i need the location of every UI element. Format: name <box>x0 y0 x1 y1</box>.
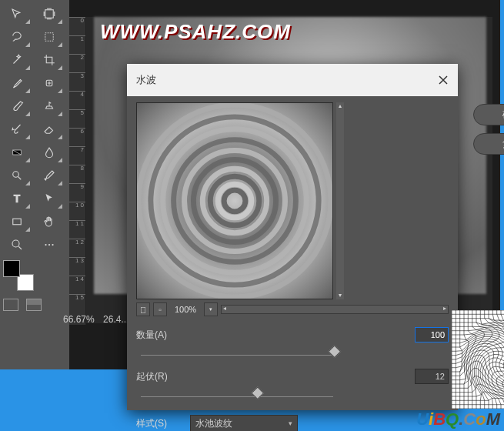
tool-rect-marquee[interactable] <box>35 26 63 48</box>
foreground-swatch[interactable] <box>3 260 20 277</box>
reset-button[interactable]: 复位 <box>473 133 504 155</box>
tool-eraser[interactable] <box>35 119 63 140</box>
preview-scrollbar-h[interactable]: ◂ ▸ <box>221 305 449 314</box>
zoom-dropdown-icon[interactable]: ▾ <box>204 302 218 316</box>
close-icon[interactable] <box>438 75 449 85</box>
zoom-level[interactable]: 66.67% <box>63 314 95 325</box>
svg-rect-5 <box>13 219 22 225</box>
scroll-down-icon[interactable]: ▾ <box>336 292 344 299</box>
quickmask-mask[interactable] <box>26 299 42 311</box>
svg-point-9 <box>52 244 53 246</box>
doc-info: 26.4... <box>103 314 129 325</box>
color-swatches[interactable] <box>3 260 34 291</box>
tool-history-brush[interactable] <box>3 119 31 140</box>
tool-zoom[interactable] <box>3 234 31 256</box>
ridges-slider[interactable] <box>141 392 333 403</box>
tool-eyedropper[interactable] <box>3 72 31 94</box>
style-select[interactable]: 水池波纹 <box>190 415 298 431</box>
tool-crop[interactable] <box>35 49 63 71</box>
scroll-left-icon[interactable]: ◂ <box>223 305 226 312</box>
dialog-title: 水波 <box>136 73 156 87</box>
tool-spot-heal[interactable] <box>35 72 63 94</box>
tool-dodge[interactable] <box>3 165 31 186</box>
tool-move[interactable] <box>3 3 31 25</box>
quickmask-standard[interactable] <box>3 299 18 311</box>
ridges-input[interactable] <box>415 369 449 384</box>
preview-image[interactable] <box>136 102 333 299</box>
watermark: WWW.PSAHZ.COM <box>100 20 291 44</box>
preview-scrollbar-v[interactable]: ▴ ▾ <box>336 102 344 299</box>
style-label: 样式(S) <box>136 417 182 430</box>
tool-blur[interactable] <box>35 142 63 163</box>
tool-options[interactable] <box>35 234 63 256</box>
svg-point-7 <box>45 244 46 246</box>
style-selected: 水池波纹 <box>195 417 232 430</box>
tool-magic-wand[interactable] <box>3 49 31 71</box>
fit-preview-button[interactable]: ⎕ <box>136 302 150 316</box>
ok-button[interactable]: 确定 <box>473 104 504 125</box>
tool-panel <box>0 0 69 369</box>
tool-path-select[interactable] <box>35 188 63 209</box>
svg-rect-21 <box>452 310 504 409</box>
ruler-vertical: 01234567891 01 11 21 31 41 5 <box>69 17 86 325</box>
amount-label: 数量(A) <box>136 329 182 342</box>
status-bar: 66.67% 26.4... <box>63 314 129 325</box>
tool-lasso[interactable] <box>3 26 31 48</box>
svg-point-6 <box>12 240 19 247</box>
svg-point-8 <box>48 244 50 246</box>
dialog-titlebar[interactable]: 水波 <box>127 64 458 96</box>
wireframe-preview <box>452 310 504 409</box>
tool-type[interactable] <box>3 188 31 209</box>
tool-clone-stamp[interactable] <box>35 95 63 117</box>
tool-brush[interactable] <box>3 95 31 117</box>
amount-input[interactable] <box>415 327 449 342</box>
tool-artboard[interactable] <box>35 3 63 25</box>
scroll-up-icon[interactable]: ▴ <box>336 102 344 110</box>
amount-slider[interactable] <box>141 350 333 361</box>
actual-pixels-button[interactable]: ▫ <box>153 302 167 316</box>
tool-rectangle[interactable] <box>3 211 31 232</box>
ridges-label: 起伏(R) <box>136 370 182 383</box>
tool-pen[interactable] <box>35 165 63 186</box>
zigzag-dialog: 水波 确定 复位 <box>127 64 458 410</box>
tool-gradient[interactable] <box>3 142 31 163</box>
site-watermark: UiBQ.CoM <box>416 409 500 429</box>
svg-rect-1 <box>45 33 54 42</box>
preview-zoom: 100% <box>170 305 201 314</box>
scroll-right-icon[interactable]: ▸ <box>443 305 446 312</box>
svg-point-4 <box>13 172 19 178</box>
svg-rect-0 <box>45 10 54 18</box>
tool-hand[interactable] <box>35 211 63 232</box>
